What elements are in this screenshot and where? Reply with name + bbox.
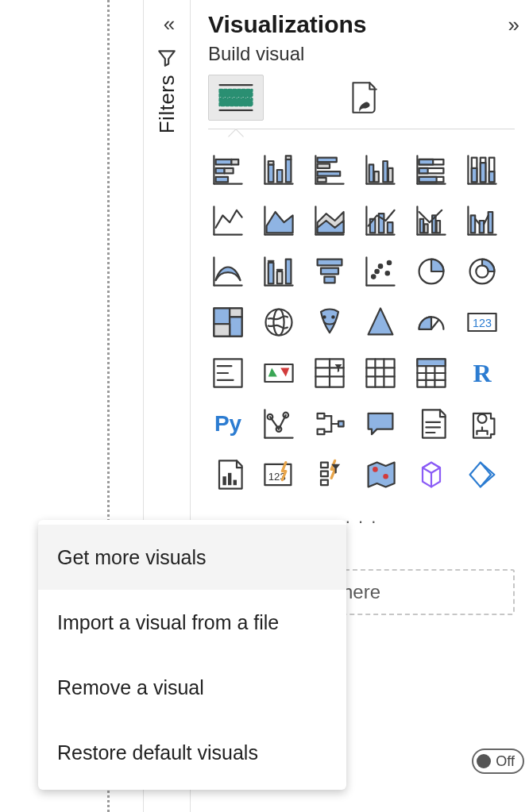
svg-line-99 (431, 321, 438, 329)
svg-rect-22 (318, 171, 341, 176)
svg-rect-146 (321, 463, 328, 468)
power-automate-icon[interactable]: 123 (259, 455, 299, 495)
svg-rect-3 (220, 98, 253, 106)
ribbon-chart-icon[interactable] (462, 201, 502, 241)
custom-visual-icon[interactable] (411, 455, 451, 495)
svg-rect-14 (268, 161, 274, 164)
line-chart-icon[interactable] (208, 201, 248, 241)
svg-point-150 (383, 474, 388, 479)
cross-filter-toggle[interactable]: Off (472, 749, 524, 774)
toggle-label: Off (496, 753, 515, 770)
svg-point-82 (372, 275, 375, 278)
svg-rect-74 (286, 260, 292, 284)
arcgis-maps-icon[interactable] (310, 455, 349, 495)
map-icon[interactable] (208, 302, 248, 342)
svg-line-128 (279, 415, 286, 429)
stacked-bar-chart-icon[interactable] (208, 150, 248, 190)
area-chart-icon[interactable] (259, 201, 299, 241)
svg-rect-26 (369, 164, 374, 182)
tab-divider (208, 129, 515, 129)
matrix-icon[interactable] (361, 353, 400, 393)
menu-remove-visual[interactable]: Remove a visual (38, 655, 346, 720)
stacked-area-chart-icon[interactable] (310, 201, 349, 241)
svg-rect-56 (388, 222, 393, 233)
smart-narrative-icon[interactable] (361, 404, 400, 444)
python-label: Py (208, 404, 248, 444)
svg-rect-27 (374, 171, 379, 182)
azure-map-icon[interactable] (310, 302, 349, 342)
menu-item-label: Restore default visuals (57, 741, 258, 764)
qa-visual-icon[interactable] (310, 404, 349, 444)
svg-rect-106 (264, 364, 292, 382)
svg-text:123: 123 (473, 317, 492, 329)
gauge-icon[interactable] (361, 302, 400, 342)
slicer-icon[interactable] (259, 353, 299, 393)
svg-rect-13 (268, 164, 274, 182)
line-stacked-column-chart-icon[interactable] (361, 201, 400, 241)
hundred-percent-stacked-column-chart-icon[interactable] (462, 150, 502, 190)
format-visual-tab[interactable] (335, 75, 391, 121)
power-apps-icon[interactable] (208, 455, 248, 495)
treemap-icon[interactable] (462, 252, 502, 291)
svg-point-98 (331, 315, 334, 318)
get-more-visuals-icon[interactable] (462, 455, 502, 495)
menu-item-label: Get more visuals (57, 546, 207, 569)
shape-map-icon[interactable] (361, 455, 400, 495)
svg-rect-94 (214, 324, 230, 336)
python-visual-icon[interactable]: R (462, 353, 502, 393)
svg-rect-78 (321, 268, 338, 275)
multi-row-card-icon[interactable]: 123 (462, 302, 502, 342)
table-icon[interactable] (310, 353, 349, 393)
line-clustered-column-chart-icon[interactable] (411, 201, 451, 241)
key-influencers-icon[interactable]: Py (208, 404, 248, 444)
svg-rect-33 (419, 160, 434, 165)
svg-rect-93 (230, 317, 241, 336)
pie-chart-icon[interactable] (361, 252, 400, 291)
funnel-chart-icon[interactable] (259, 252, 299, 291)
kpi-icon[interactable] (208, 353, 248, 393)
svg-rect-129 (318, 414, 325, 419)
card-icon[interactable] (411, 302, 451, 342)
svg-rect-10 (216, 177, 228, 183)
r-script-visual-icon[interactable] (411, 353, 451, 393)
menu-restore-default-visuals[interactable]: Restore default visuals (38, 720, 346, 785)
visuals-gallery: 123 R Py 123 (208, 150, 515, 495)
svg-rect-73 (277, 271, 283, 283)
svg-point-83 (379, 264, 382, 267)
svg-point-139 (478, 414, 487, 423)
visualizations-title: Visualizations (208, 11, 367, 38)
hundred-percent-stacked-bar-chart-icon[interactable] (411, 150, 451, 190)
menu-import-visual-from-file[interactable]: Import a visual from a file (38, 590, 346, 655)
svg-rect-21 (318, 164, 330, 168)
clustered-bar-chart-icon[interactable] (310, 150, 349, 190)
expand-filters-button[interactable]: « (164, 12, 170, 37)
decomposition-tree-icon[interactable] (259, 404, 299, 444)
goals-icon[interactable] (411, 404, 451, 444)
waterfall-chart-icon[interactable] (208, 252, 248, 291)
field-drop-hint: here (342, 581, 380, 603)
svg-rect-59 (420, 219, 423, 233)
svg-rect-35 (419, 168, 428, 174)
stacked-column-chart-icon[interactable] (259, 150, 299, 190)
filled-map-icon[interactable] (259, 302, 299, 342)
build-visual-tab[interactable] (208, 75, 264, 121)
svg-rect-60 (424, 224, 427, 233)
menu-get-more-visuals[interactable]: Get more visuals (38, 525, 346, 590)
menu-item-label: Remove a visual (57, 676, 204, 699)
svg-rect-29 (388, 168, 393, 183)
paginated-report-icon[interactable] (462, 404, 502, 444)
scatter-chart-icon[interactable] (310, 252, 349, 291)
build-visual-label: Build visual (208, 43, 515, 65)
svg-point-97 (322, 315, 326, 318)
svg-rect-111 (366, 359, 394, 387)
active-tab-caret (228, 129, 244, 144)
svg-rect-6 (216, 160, 232, 165)
filters-pane-label[interactable]: Filters (155, 75, 180, 133)
clustered-column-chart-icon[interactable] (361, 150, 400, 190)
svg-rect-72 (268, 263, 274, 283)
donut-chart-icon[interactable] (411, 252, 451, 291)
svg-rect-43 (481, 163, 486, 182)
format-visual-icon (345, 79, 381, 116)
collapse-visualizations-button[interactable]: » (508, 13, 515, 37)
svg-rect-7 (231, 160, 238, 165)
